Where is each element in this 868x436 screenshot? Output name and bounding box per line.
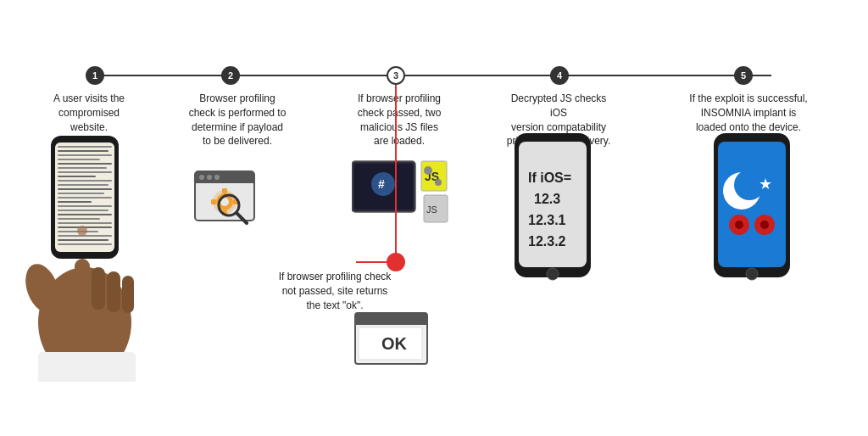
svg-rect-61: [355, 320, 427, 325]
step-node-2: 2: [221, 66, 240, 85]
svg-point-38: [207, 175, 212, 180]
diagram-container: 1 2 3 4 5 A user visits the compromised …: [0, 0, 868, 436]
hand-phone-illustration: [0, 127, 170, 399]
step-3-label: If browser profilingcheck passed, twomal…: [344, 92, 454, 148]
svg-rect-18: [58, 214, 112, 215]
svg-point-37: [199, 175, 204, 180]
svg-text:12.3.2: 12.3.2: [528, 234, 566, 249]
svg-text:12.3.1: 12.3.1: [528, 213, 566, 227]
svg-point-58: [435, 179, 442, 186]
branch-label: If browser profiling checknot passed, si…: [271, 270, 398, 312]
svg-rect-9: [58, 176, 96, 177]
svg-rect-4: [58, 154, 112, 156]
svg-text:#: #: [378, 177, 385, 191]
svg-rect-19: [58, 218, 100, 220]
svg-rect-17: [58, 210, 108, 211]
svg-rect-32: [38, 352, 136, 382]
svg-rect-45: [211, 199, 216, 204]
svg-text:OK: OK: [381, 334, 408, 353]
timeline-line: [93, 75, 771, 76]
ios-phone: If iOS= 12.3 12.3.1 12.3.2: [513, 131, 598, 288]
svg-rect-43: [222, 188, 227, 193]
svg-text:★: ★: [759, 176, 772, 193]
svg-text:JS: JS: [426, 204, 437, 215]
svg-point-70: [547, 268, 559, 280]
svg-rect-7: [58, 167, 107, 169]
ok-dialog: OK: [354, 312, 431, 375]
svg-rect-15: [58, 201, 92, 203]
svg-point-80: [746, 268, 758, 280]
svg-rect-5: [58, 159, 100, 160]
svg-point-79: [760, 221, 769, 229]
svg-rect-6: [58, 163, 112, 165]
svg-rect-20: [58, 222, 112, 224]
step-node-5: 5: [734, 66, 753, 85]
svg-rect-28: [75, 259, 90, 305]
browser-profiling-icon: [193, 170, 270, 241]
svg-rect-24: [58, 239, 108, 241]
svg-point-33: [77, 226, 87, 236]
step-node-3: 3: [387, 66, 405, 85]
svg-rect-13: [58, 193, 104, 194]
svg-point-39: [214, 175, 220, 180]
svg-point-78: [735, 221, 743, 229]
step-node-1: 1: [86, 66, 104, 85]
svg-rect-25: [58, 243, 112, 245]
svg-rect-10: [58, 180, 112, 182]
step-2-label: Browser profilingcheck is performed tode…: [182, 92, 292, 148]
svg-rect-11: [58, 184, 108, 186]
branch-line-vertical: [395, 75, 397, 262]
svg-rect-14: [58, 197, 112, 198]
svg-point-57: [424, 166, 432, 175]
malicious-js-icon: # JS JS: [352, 157, 453, 237]
step-node-4: 4: [550, 66, 569, 85]
svg-rect-12: [58, 188, 112, 190]
svg-rect-2: [58, 146, 112, 148]
svg-rect-31: [122, 276, 134, 313]
svg-text:If iOS=: If iOS=: [528, 170, 571, 185]
step-5-label: If the exploit is successful,INSOMNIA im…: [685, 92, 812, 134]
svg-rect-36: [195, 178, 254, 183]
branch-node: [387, 253, 405, 271]
svg-rect-30: [107, 271, 120, 312]
svg-rect-29: [92, 267, 105, 310]
svg-rect-8: [58, 171, 112, 173]
svg-text:12.3: 12.3: [534, 192, 560, 206]
insomnia-phone: ★: [712, 131, 797, 288]
svg-rect-23: [58, 235, 112, 237]
svg-rect-16: [58, 205, 112, 207]
svg-rect-3: [58, 150, 108, 152]
